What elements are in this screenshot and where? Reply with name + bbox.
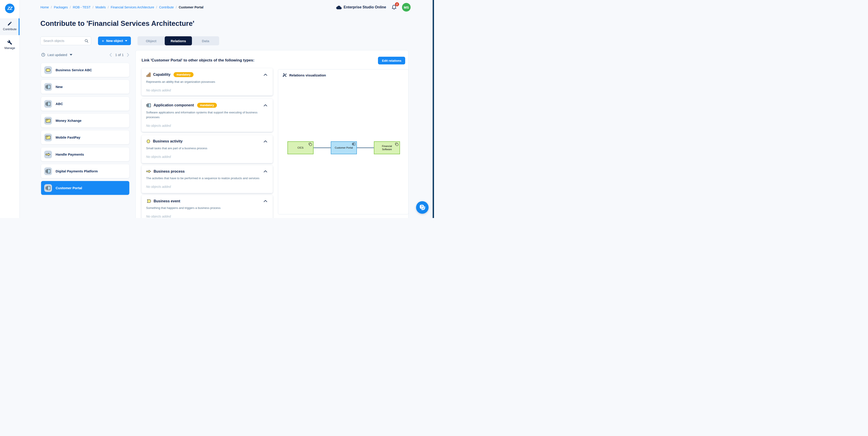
relation-card-empty-text: No objects added bbox=[146, 124, 268, 127]
search-icon bbox=[84, 39, 89, 43]
search-input[interactable] bbox=[43, 39, 84, 43]
mandatory-badge: mandatory bbox=[174, 72, 193, 77]
breadcrumb-separator: / bbox=[176, 5, 177, 9]
prev-page-button[interactable] bbox=[110, 53, 112, 57]
application-component-icon bbox=[44, 167, 52, 175]
relation-edge bbox=[356, 148, 374, 148]
relation-card-business-event: Business event Something that happens an… bbox=[142, 195, 273, 218]
avatar-initials: MS bbox=[404, 5, 409, 9]
breadcrumb-separator: / bbox=[93, 5, 93, 9]
visualization-header: Relations visualization bbox=[278, 69, 408, 77]
help-chat-icon: ? bbox=[418, 204, 427, 212]
list-item-label: ABC bbox=[56, 102, 63, 106]
relation-card-header[interactable]: Application component mandatory bbox=[146, 103, 268, 108]
list-item-new[interactable]: New bbox=[41, 80, 129, 94]
breadcrumb-link-models[interactable]: Models bbox=[95, 5, 106, 9]
sort-label: Last updated bbox=[48, 53, 67, 57]
sidebar-item-label: Contribute bbox=[0, 27, 20, 31]
app-logo[interactable]: ZZ bbox=[5, 4, 14, 13]
notifications-button[interactable]: 2 bbox=[391, 4, 397, 11]
active-indicator bbox=[19, 19, 20, 35]
business-activity-icon bbox=[146, 139, 151, 144]
relation-card-capability: Capability mandatory Represents an abili… bbox=[142, 68, 273, 95]
tab-data[interactable]: Data bbox=[192, 36, 219, 45]
tab-object[interactable]: Object bbox=[137, 36, 165, 45]
application-component-icon bbox=[44, 83, 52, 91]
pagination-text: 1 of 1 bbox=[115, 53, 124, 57]
list-item-customer-portal[interactable]: Customer Portal bbox=[41, 181, 129, 195]
application-component-icon bbox=[44, 184, 52, 192]
relations-visualization-panel: Relations visualization CICS Customer Po… bbox=[278, 69, 409, 214]
graph-icon bbox=[282, 73, 287, 77]
relations-panel-header: Link 'Customer Portal' to other objects … bbox=[136, 50, 408, 64]
list-item-business-service-abc[interactable]: Business Service ABC bbox=[41, 63, 129, 77]
logo-text: ZZ bbox=[7, 6, 12, 11]
list-item-mobile-fastpay[interactable]: Mobile FastPay bbox=[41, 130, 129, 144]
breadcrumb-link-contribute[interactable]: Contribute bbox=[159, 5, 174, 9]
chevron-up-icon bbox=[264, 170, 267, 173]
collapse-button[interactable] bbox=[263, 73, 268, 77]
pagination: 1 of 1 bbox=[110, 53, 129, 57]
list-item-abc[interactable]: ABC bbox=[41, 97, 129, 111]
business-process-icon bbox=[44, 151, 52, 158]
sidebar: ZZ Contribute Manage bbox=[0, 0, 20, 218]
sidebar-item-manage[interactable]: Manage bbox=[0, 40, 20, 55]
breadcrumb-link-packages[interactable]: Packages bbox=[54, 5, 68, 9]
scrollbar[interactable] bbox=[433, 0, 434, 218]
chevron-up-icon bbox=[264, 141, 267, 143]
relation-card-business-process: Business process The activities that hav… bbox=[142, 165, 273, 193]
clock-icon bbox=[41, 53, 45, 57]
collapse-button[interactable] bbox=[263, 199, 268, 203]
relation-card-header[interactable]: Business process bbox=[146, 169, 268, 174]
collapse-button[interactable] bbox=[263, 103, 268, 107]
list-item-handle-payments[interactable]: Handle Payments bbox=[41, 148, 129, 161]
relation-card-application-component: Application component mandatory Software… bbox=[142, 99, 273, 132]
breadcrumb-separator: / bbox=[51, 5, 52, 9]
sort-dropdown[interactable]: Last updated bbox=[41, 53, 72, 57]
node-label: Financial Software bbox=[379, 145, 395, 151]
relation-card-header[interactable]: Business event bbox=[146, 199, 268, 203]
breadcrumb-link-fsa[interactable]: Financial Services Architecture bbox=[111, 5, 154, 9]
breadcrumb-link-rob-test[interactable]: ROB - TEST bbox=[73, 5, 91, 9]
help-chat-button[interactable]: ? bbox=[416, 201, 429, 214]
mandatory-badge: mandatory bbox=[197, 103, 217, 108]
product-name-text: Enterprise Studio Online bbox=[343, 5, 386, 9]
next-page-button[interactable] bbox=[127, 53, 129, 57]
product-icon bbox=[44, 134, 52, 141]
relation-card-description: The activities that have to be performed… bbox=[146, 176, 268, 181]
application-component-icon bbox=[44, 100, 52, 108]
chevron-up-icon bbox=[264, 200, 267, 202]
business-process-icon bbox=[146, 169, 151, 174]
list-item-label: Handle Payments bbox=[56, 152, 84, 156]
new-object-button[interactable]: + New object bbox=[98, 36, 131, 45]
edit-relations-button[interactable]: Edit relations bbox=[378, 57, 405, 64]
diagram-node-customer-portal[interactable]: Customer Portal bbox=[331, 141, 357, 154]
relation-edge bbox=[313, 148, 331, 148]
relations-heading: Link 'Customer Portal' to other objects … bbox=[142, 57, 254, 63]
application-component-icon bbox=[352, 143, 355, 146]
avatar[interactable]: MS bbox=[402, 3, 411, 11]
breadcrumb-separator: / bbox=[70, 5, 71, 9]
diagram-node-financial-software[interactable]: Financial Software bbox=[374, 141, 400, 154]
header-right: Enterprise Studio Online 2 MS bbox=[336, 3, 411, 11]
list-item-money-xchange[interactable]: Money Xchange bbox=[41, 114, 129, 127]
relations-panel: Link 'Customer Portal' to other objects … bbox=[135, 50, 409, 218]
collapse-button[interactable] bbox=[263, 139, 268, 143]
relation-card-header[interactable]: Business activity bbox=[146, 139, 268, 144]
list-item-digital-payments-platform[interactable]: Digital Payments Platform bbox=[41, 164, 129, 178]
relation-card-title: Capability bbox=[153, 72, 170, 77]
relation-card-title: Business event bbox=[154, 199, 180, 203]
relation-card-header[interactable]: Capability mandatory bbox=[146, 72, 268, 77]
breadcrumb-separator: / bbox=[108, 5, 109, 9]
business-service-icon bbox=[44, 66, 52, 74]
wrench-icon bbox=[7, 40, 12, 45]
sidebar-item-contribute[interactable]: Contribute bbox=[0, 19, 20, 35]
collapse-button[interactable] bbox=[263, 169, 268, 173]
relation-card-title: Business process bbox=[154, 169, 185, 174]
page-title: Contribute to 'Financial Services Archit… bbox=[40, 20, 194, 28]
relation-card-empty-text: No objects added bbox=[146, 155, 268, 159]
diagram-node-cics[interactable]: CICS bbox=[287, 141, 313, 154]
breadcrumb-link-home[interactable]: Home bbox=[40, 5, 49, 9]
breadcrumb: Home/ Packages/ ROB - TEST/ Models/ Fina… bbox=[40, 5, 204, 9]
tab-relations[interactable]: Relations bbox=[165, 36, 192, 45]
